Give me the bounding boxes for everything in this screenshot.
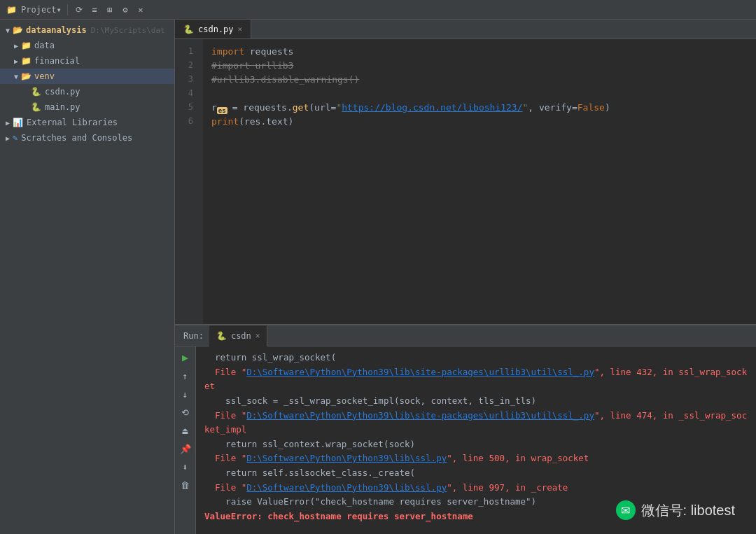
tree-item-venv[interactable]: ▼ 📂 venv	[0, 69, 174, 84]
tree-item-financial[interactable]: ▶ 📁 financial	[0, 53, 174, 69]
folder-icon: 📂	[13, 25, 23, 35]
project-label[interactable]: Project▾	[21, 5, 62, 15]
kw-false: False	[578, 101, 605, 115]
run-trash-button[interactable]: 🗑	[177, 477, 194, 493]
arrow-right-icon-financial: ▶	[14, 57, 18, 65]
run-scroll-button[interactable]: ⬇	[177, 458, 194, 475]
console-line-7: File "D:\Software\Python\Python39\lib\ss…	[204, 481, 748, 496]
tree-item-dataanalysis[interactable]: ▼ 📂 dataanalysis D:\MyScripts\dat	[0, 22, 174, 38]
code-dot: .	[287, 101, 293, 115]
code-editor: 1 2 3 4 5 6 import requests #import urll…	[175, 39, 756, 324]
run-tab-icon: 🐍	[216, 331, 227, 341]
code-requests2: requests	[243, 101, 287, 115]
console-line-9: ValueError: check_hostname requires serv…	[204, 510, 748, 524]
console-line-6: return self.sslsocket_class._create(	[204, 466, 748, 481]
code-line-1: import requests	[211, 45, 748, 59]
code-line-3: #urllib3.disable_warnings()	[211, 73, 748, 87]
editor-area: 🐍 csdn.py ✕ 1 2 3 4 5 6 imp	[175, 20, 756, 324]
code-url[interactable]: https://blog.csdn.net/liboshi123/	[342, 101, 522, 115]
code-line-4	[211, 87, 748, 101]
run-up-button[interactable]: ↑	[177, 367, 194, 384]
line-num-2: 2	[175, 59, 199, 73]
tree-path: D:\MyScripts\dat	[91, 26, 165, 35]
run-tab-close[interactable]: ✕	[255, 331, 260, 340]
tree-item-data[interactable]: ▶ 📁 data	[0, 38, 174, 53]
tree-label-main: main.py	[45, 102, 80, 112]
link-ssl-474[interactable]: D:\Software\Python\Python39\lib\site-pac…	[246, 410, 594, 421]
tree-item-scratches[interactable]: ▶ ✎ Scratches and Consoles	[0, 130, 174, 146]
top-toolbar: 📁 Project▾ ⟳ ≡ ⊞ ⚙ ✕	[0, 0, 756, 20]
arrow-right-icon: ▶	[14, 42, 18, 50]
folder-icon-data: 📁	[21, 41, 31, 50]
tree-label-data: data	[34, 41, 55, 50]
project-icon: 📁	[6, 4, 17, 15]
tree-label-venv: venv	[34, 71, 55, 81]
line-num-5: 5	[175, 101, 199, 115]
toolbar-separator	[67, 4, 68, 15]
str-quote2: "	[523, 101, 528, 115]
expand-icon[interactable]: ⊞	[104, 4, 115, 15]
arrow-scratches: ▶	[6, 134, 10, 142]
link-ssl-997[interactable]: D:\Software\Python\Python39\lib\ssl.py	[246, 482, 447, 493]
run-content: ▶ ↑ ↓ ⟲ ⏏ 📌 ⬇ 🗑 return ssl_wrap_socket( …	[175, 346, 756, 534]
code-eq: =	[227, 101, 243, 115]
run-pin-button[interactable]: 📌	[177, 440, 194, 457]
icon-inline: es	[217, 103, 227, 113]
tree-label-financial: financial	[34, 56, 80, 66]
scratches-icon: ✎	[13, 133, 18, 143]
tab-bar: 🐍 csdn.py ✕	[175, 20, 756, 39]
console-line-4: return ssl_context.wrap_socket(sock)	[204, 437, 748, 452]
str-quote1: "	[336, 101, 342, 115]
close-icon[interactable]: ✕	[135, 4, 146, 15]
code-content[interactable]: import requests #import urllib3 #urllib3…	[203, 39, 756, 324]
code-print-paren: (	[239, 115, 244, 129]
arrow-ext: ▶	[6, 119, 10, 127]
run-play-button[interactable]: ▶	[177, 349, 194, 366]
sidebar: ▼ 📂 dataanalysis D:\MyScripts\dat ▶ 📁 da…	[0, 20, 175, 534]
tab-csdn-py[interactable]: 🐍 csdn.py ✕	[175, 20, 251, 38]
code-paren: (	[309, 101, 314, 115]
folder-icon-venv: 📂	[21, 71, 31, 81]
fn-print: print	[211, 115, 239, 129]
line-num-4: 4	[175, 87, 199, 101]
run-label: Run:	[178, 331, 209, 341]
line-num-1: 1	[175, 45, 199, 59]
run-down-button[interactable]: ↓	[177, 386, 194, 402]
code-paren2: )	[605, 101, 610, 115]
project-tree: ▼ 📂 dataanalysis D:\MyScripts\dat ▶ 📁 da…	[0, 20, 174, 534]
arrow-down-venv: ▼	[14, 73, 18, 80]
tree-item-main-py[interactable]: 🐍 main.py	[0, 99, 174, 115]
right-panel: 🐍 csdn.py ✕ 1 2 3 4 5 6 imp	[175, 20, 756, 534]
link-ssl-500[interactable]: D:\Software\Python\Python39\lib\ssl.py	[246, 453, 447, 463]
run-stop-button[interactable]: ⏏	[177, 422, 194, 439]
console-line-8: raise ValueError("check_hostname require…	[204, 495, 748, 510]
tab-label: csdn.py	[198, 24, 234, 34]
run-controls: ▶ ↑ ↓ ⟲ ⏏ 📌 ⬇ 🗑	[175, 346, 196, 534]
run-tab-csdn[interactable]: 🐍 csdn ✕	[209, 325, 268, 346]
kw-import: import	[211, 45, 244, 59]
param-verify: verify=	[539, 101, 578, 115]
tree-item-csdn-py[interactable]: 🐍 csdn.py	[0, 84, 174, 99]
run-rerun-button[interactable]: ⟲	[177, 404, 194, 421]
line-numbers: 1 2 3 4 5 6	[175, 39, 203, 324]
code-comment-3: #urllib3.disable_warnings()	[211, 73, 359, 87]
console-line-5: File "D:\Software\Python\Python39\lib\ss…	[204, 451, 748, 466]
collapse-icon[interactable]: ≡	[89, 4, 100, 15]
bottom-panel: Run: 🐍 csdn ✕ ▶ ↑ ↓ ⟲ ⏏ 📌 ⬇ 🗑	[175, 324, 756, 534]
console-output[interactable]: return ssl_wrap_socket( File "D:\Softwar…	[196, 346, 756, 534]
run-tab-bar: Run: 🐍 csdn ✕	[175, 325, 756, 346]
code-comment-2: #import urllib3	[211, 59, 293, 73]
sync-icon[interactable]: ⟳	[74, 4, 85, 15]
tab-py-icon: 🐍	[183, 24, 194, 34]
tree-label-csdn: csdn.py	[45, 87, 80, 97]
param-url: url=	[314, 101, 336, 115]
tab-close-button[interactable]: ✕	[238, 24, 243, 34]
settings-icon[interactable]: ⚙	[120, 4, 131, 15]
tree-item-ext-libs[interactable]: ▶ 📊 External Libraries	[0, 115, 174, 130]
py-file-icon-csdn: 🐍	[31, 87, 41, 97]
console-line-1: File "D:\Software\Python\Python39\lib\si…	[204, 365, 748, 394]
console-line-3: File "D:\Software\Python\Python39\lib\si…	[204, 409, 748, 437]
var-res: r	[211, 101, 217, 115]
link-ssl-432[interactable]: D:\Software\Python\Python39\lib\site-pac…	[246, 367, 594, 377]
code-line-5: res = requests.get(url="https://blog.csd…	[211, 101, 748, 115]
